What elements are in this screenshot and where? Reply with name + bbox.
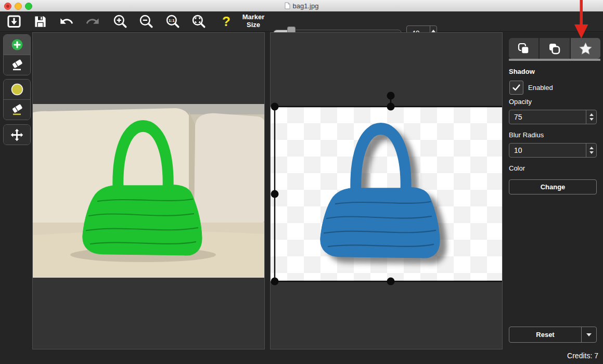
shadow-color-label: Color bbox=[509, 164, 525, 172]
eraser-yellow-icon bbox=[10, 103, 24, 116]
foreground-marker-tool[interactable] bbox=[4, 35, 30, 55]
move-tool[interactable] bbox=[4, 125, 30, 145]
zoom-in-icon bbox=[113, 14, 127, 29]
blur-radius-label: Blur Radius bbox=[509, 131, 544, 139]
layers-outline-icon bbox=[548, 42, 561, 55]
change-color-button[interactable]: Change bbox=[509, 179, 597, 194]
zoom-fit-icon bbox=[191, 14, 206, 29]
zoom-out-icon bbox=[139, 14, 153, 29]
help-icon: ? bbox=[222, 14, 230, 30]
shadow-enabled-checkbox[interactable] bbox=[509, 81, 523, 95]
settings-tab-bar bbox=[509, 38, 600, 59]
reset-button[interactable]: Reset bbox=[509, 327, 597, 343]
save-button[interactable] bbox=[30, 13, 50, 30]
open-image-button[interactable] bbox=[4, 13, 24, 30]
checkmark-icon bbox=[512, 83, 521, 92]
green-plus-marker-icon bbox=[11, 38, 23, 51]
yellow-circle-marker-icon bbox=[10, 83, 24, 96]
actual-size-glyph: 1:1 bbox=[169, 18, 175, 23]
result-photo bbox=[271, 107, 503, 281]
foreground-tool-group bbox=[3, 34, 31, 75]
help-button[interactable]: ? bbox=[219, 11, 234, 31]
eraser-icon bbox=[10, 58, 24, 72]
background-eraser-tool[interactable] bbox=[4, 99, 30, 120]
stepper-up-icon bbox=[589, 113, 594, 116]
star-icon bbox=[579, 42, 593, 56]
foreground-eraser-tool[interactable] bbox=[4, 55, 30, 75]
zoom-out-button[interactable] bbox=[136, 13, 156, 30]
opacity-input[interactable] bbox=[509, 110, 586, 124]
layers-filled-icon bbox=[517, 42, 530, 55]
zoom-fit-button[interactable] bbox=[189, 13, 209, 30]
import-icon bbox=[7, 14, 21, 29]
dropdown-arrow-icon bbox=[586, 333, 592, 336]
blur-radius-stepper[interactable] bbox=[586, 144, 596, 157]
transparency-checkerboard bbox=[271, 107, 503, 281]
rotate-handle[interactable] bbox=[387, 92, 395, 100]
tab-effects[interactable] bbox=[570, 38, 600, 59]
background-marker-tool[interactable] bbox=[4, 80, 30, 99]
reset-button-label: Reset bbox=[509, 327, 581, 342]
move-icon bbox=[10, 128, 24, 142]
stepper-down-icon bbox=[589, 151, 594, 154]
stepper-up-icon bbox=[589, 147, 594, 149]
move-tool-group bbox=[3, 124, 31, 145]
zoom-in-button[interactable] bbox=[110, 13, 130, 30]
shadow-enabled-label: Enabled bbox=[528, 84, 553, 92]
source-photo[interactable] bbox=[33, 104, 265, 278]
stepper-down-icon bbox=[589, 118, 594, 121]
opacity-label: Opacity bbox=[509, 98, 532, 106]
background-tool-group bbox=[3, 79, 31, 120]
opacity-stepper[interactable] bbox=[586, 110, 596, 124]
blur-radius-spinbox bbox=[509, 143, 597, 158]
credits-counter: Credits: 7 bbox=[567, 352, 598, 360]
result-bag-blue bbox=[320, 128, 440, 258]
window-title-wrap: bag1.jpg bbox=[0, 0, 603, 11]
source-image-panel[interactable] bbox=[32, 32, 265, 349]
redo-button[interactable] bbox=[83, 13, 102, 30]
blur-radius-input[interactable] bbox=[509, 144, 586, 157]
document-icon bbox=[285, 2, 290, 9]
zoom-actual-size-button[interactable]: 1:1 bbox=[163, 13, 183, 30]
title-bar: bag1.jpg bbox=[0, 0, 603, 12]
save-icon bbox=[33, 15, 47, 29]
redo-icon bbox=[85, 14, 100, 29]
opacity-spinbox bbox=[509, 110, 597, 124]
result-image-panel[interactable] bbox=[270, 32, 503, 349]
zoom-actual-icon: 1:1 bbox=[165, 14, 180, 29]
undo-icon bbox=[59, 14, 74, 29]
window-title: bag1.jpg bbox=[293, 2, 319, 10]
marker-size-label: Marker Size bbox=[235, 13, 272, 29]
tab-underline bbox=[509, 59, 600, 61]
shadow-heading: Shadow bbox=[509, 68, 535, 75]
toolbar: 1:1 ? Marker Size bbox=[0, 11, 603, 32]
undo-button[interactable] bbox=[57, 13, 76, 30]
reset-dropdown-button[interactable] bbox=[581, 327, 596, 342]
tab-foreground[interactable] bbox=[509, 38, 538, 59]
tab-background[interactable] bbox=[538, 38, 569, 59]
